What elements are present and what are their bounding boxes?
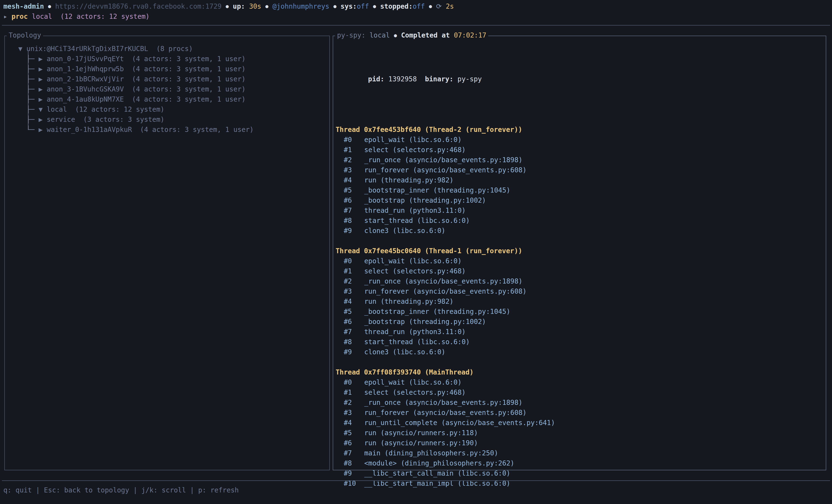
stack-frame: #5_bootstrap_inner (threading.py:1045) bbox=[336, 185, 612, 195]
frame-number: #2 bbox=[344, 276, 364, 286]
frame-number: #9 bbox=[344, 347, 364, 357]
frame-number: #0 bbox=[344, 256, 364, 266]
frame-number: #1 bbox=[344, 145, 364, 155]
topology-node[interactable]: ├─ ▶ anon_4-1au8kUpNM7XE (4 actors: 3 sy… bbox=[18, 94, 254, 104]
topology-node[interactable]: ├─ ▶ anon_1-1ejhWhqprw5b (4 actors: 3 sy… bbox=[18, 64, 254, 74]
stack-frame: #9clone3 (libc.so.6:0) bbox=[336, 347, 612, 357]
sys-label: sys: bbox=[341, 2, 357, 10]
frame-number: #7 bbox=[344, 327, 364, 337]
frame-function: epoll_wait (libc.so.6:0) bbox=[364, 378, 462, 386]
stack-frame: #6run (asyncio/runners.py:190) bbox=[336, 438, 612, 448]
frame-number: #7 bbox=[344, 206, 364, 216]
username: @johnhumphreys bbox=[272, 2, 329, 10]
server-url: https://devvm18676.rva0.facebook.com:172… bbox=[55, 2, 222, 10]
pyspy-title-source: py-spy: bbox=[337, 31, 365, 39]
stack-frame: #2_run_once (asyncio/base_events.py:1898… bbox=[336, 276, 612, 286]
topology-node[interactable]: └─ ▶ waiter_0-1h131aAVpkuR (4 actors: 3 … bbox=[18, 125, 254, 135]
separator-dot: ● bbox=[333, 3, 337, 9]
frame-function: epoll_wait (libc.so.6:0) bbox=[364, 257, 462, 265]
pid-value: 1392958 bbox=[388, 75, 417, 83]
stack-frame: #1select (selectors.py:468) bbox=[336, 266, 612, 276]
frame-function: run (threading.py:982) bbox=[364, 176, 453, 184]
frame-number: #8 bbox=[344, 458, 364, 468]
frame-function: __libc_start_call_main (libc.so.6:0) bbox=[364, 469, 510, 477]
thread-header: Thread 0x7fee45bc0640 (Thread-1 (run_for… bbox=[336, 246, 612, 256]
stack-frame: #0epoll_wait (libc.so.6:0) bbox=[336, 377, 612, 388]
breadcrumb-target: local bbox=[32, 12, 52, 21]
frame-number: #5 bbox=[344, 185, 364, 195]
frame-function: start_thread (libc.so.6:0) bbox=[364, 217, 470, 224]
frame-number: #3 bbox=[344, 286, 364, 296]
stack-frame: #8<module> (dining_philosophers.py:262) bbox=[336, 458, 612, 468]
stack-frame: #1select (selectors.py:468) bbox=[336, 388, 612, 398]
pyspy-title-time: 07:02:17 bbox=[454, 31, 486, 39]
frame-number: #3 bbox=[344, 165, 364, 175]
blank-line bbox=[336, 488, 612, 499]
frame-function: run_forever (asyncio/base_events.py:608) bbox=[364, 287, 526, 295]
stack-frame: #7main (dining_philosophers.py:250) bbox=[336, 448, 612, 458]
frame-function: run (asyncio/runners.py:118) bbox=[364, 429, 478, 437]
topology-node[interactable]: ├─ ▶ anon_0-17jUSvvPqEYt (4 actors: 3 sy… bbox=[18, 54, 254, 64]
uptime-value: 30s bbox=[249, 2, 261, 10]
frame-number: #9 bbox=[344, 226, 364, 236]
frame-function: run_forever (asyncio/base_events.py:608) bbox=[364, 409, 526, 417]
blank-line bbox=[336, 236, 612, 246]
frame-number: #6 bbox=[344, 195, 364, 206]
frame-function: select (selectors.py:468) bbox=[364, 389, 466, 396]
frame-number: #0 bbox=[344, 377, 364, 388]
topology-tree: ▼ unix:@HCiT34rURkTgDixBI7rKUCBL (8 proc… bbox=[18, 44, 254, 135]
stack-frame: #4run (threading.py:982) bbox=[336, 175, 612, 185]
pyspy-title-target: local bbox=[369, 31, 390, 39]
stack-frame: #2_run_once (asyncio/base_events.py:1898… bbox=[336, 155, 612, 165]
thread-header: Thread 0x7fee453bf640 (Thread-2 (run_for… bbox=[336, 125, 612, 135]
frame-function: _bootstrap_inner (threading.py:1045) bbox=[364, 186, 510, 194]
topology-node[interactable]: ▼ unix:@HCiT34rURkTgDixBI7rKUCBL (8 proc… bbox=[18, 44, 254, 54]
frame-function: _bootstrap_inner (threading.py:1045) bbox=[364, 308, 510, 316]
frame-number: #8 bbox=[344, 337, 364, 347]
breadcrumb: ▸ proc local (12 actors: 12 system) bbox=[3, 12, 150, 21]
uptime-label: up: bbox=[233, 2, 245, 10]
stack-frame: #5run (asyncio/runners.py:118) bbox=[336, 428, 612, 438]
frame-number: #10 bbox=[344, 478, 364, 488]
stopped-toggle: stopped:off bbox=[380, 2, 425, 10]
frame-number: #5 bbox=[344, 307, 364, 317]
frame-function: run_until_complete (asyncio/base_events.… bbox=[364, 419, 555, 427]
pyspy-title-status: Completed at bbox=[401, 31, 450, 39]
process-info-line: pid:1392958binary:py-spy bbox=[336, 64, 612, 74]
thread-header: Thread 0x7ff08f393740 (MainThread) bbox=[336, 367, 612, 377]
header-separator bbox=[2, 25, 830, 26]
header-status-bar: mesh-admin ● https://devvm18676.rva0.fac… bbox=[3, 2, 454, 11]
refresh-interval: 2s bbox=[446, 2, 454, 10]
topology-node[interactable]: ├─ ▶ anon_2-1bBCRwxVjVir (4 actors: 3 sy… bbox=[18, 74, 254, 84]
breadcrumb-arrow-icon: ▸ bbox=[3, 12, 7, 21]
separator-dot: ● bbox=[265, 3, 268, 9]
pyspy-panel: py-spy:local●Completed at07:02:17 pid:13… bbox=[333, 36, 826, 470]
separator-dot: ● bbox=[373, 3, 376, 9]
frame-function: epoll_wait (libc.so.6:0) bbox=[364, 136, 462, 144]
frame-number: #2 bbox=[344, 155, 364, 165]
frame-function: _bootstrap (threading.py:1002) bbox=[364, 318, 486, 326]
topology-node[interactable]: ├─ ▼ local (12 actors: 12 system) bbox=[18, 104, 254, 114]
frame-number: #6 bbox=[344, 438, 364, 448]
binary-value: py-spy bbox=[458, 75, 482, 83]
topology-node[interactable]: ├─ ▶ service (3 actors: 3 system) bbox=[18, 114, 254, 125]
topology-panel-title: Topology bbox=[7, 31, 43, 39]
frame-number: #4 bbox=[344, 296, 364, 307]
stack-frame: #9__libc_start_call_main (libc.so.6:0) bbox=[336, 468, 612, 478]
frame-function: run (threading.py:982) bbox=[364, 297, 453, 306]
stack-frame: #8start_thread (libc.so.6:0) bbox=[336, 216, 612, 226]
stack-frame: #3run_forever (asyncio/base_events.py:60… bbox=[336, 165, 612, 175]
stopped-label: stopped: bbox=[380, 2, 413, 10]
topology-node[interactable]: ├─ ▶ anon_3-1BVuhcGSKA9V (4 actors: 3 sy… bbox=[18, 84, 254, 94]
app-title: mesh-admin bbox=[3, 2, 44, 10]
frame-number: #8 bbox=[344, 216, 364, 226]
separator-dot: ● bbox=[429, 3, 432, 9]
frame-number: #7 bbox=[344, 448, 364, 458]
frame-function: clone3 (libc.so.6:0) bbox=[364, 348, 445, 356]
frame-number: #0 bbox=[344, 135, 364, 145]
stack-frame: #2_run_once (asyncio/base_events.py:1898… bbox=[336, 398, 612, 408]
stack-frame: #7thread_run (python3.11:0) bbox=[336, 327, 612, 337]
breadcrumb-detail: (12 actors: 12 system) bbox=[60, 12, 150, 21]
thread-dumps: Thread 0x7fee453bf640 (Thread-2 (run_for… bbox=[336, 125, 612, 499]
stack-frame: #0epoll_wait (libc.so.6:0) bbox=[336, 135, 612, 145]
